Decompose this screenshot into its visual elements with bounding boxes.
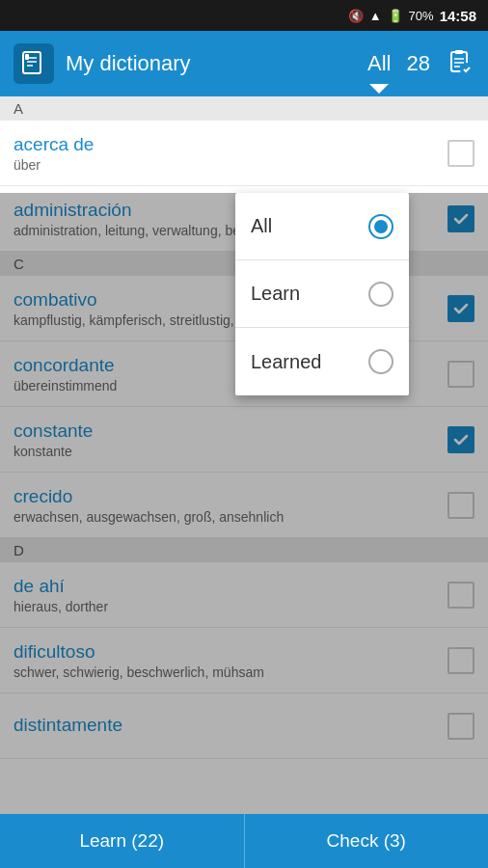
check-button[interactable]: Check (3) (245, 814, 489, 868)
filter-option-all[interactable]: All (235, 193, 409, 260)
filter-option-all-label: All (251, 215, 368, 237)
app-icon (14, 43, 54, 84)
bottom-bar: Learn (22) Check (3) (0, 814, 488, 868)
radio-learn (368, 282, 393, 307)
radio-learned (368, 349, 393, 374)
clipboard-icon[interactable] (444, 46, 474, 81)
word-title: acerca de (14, 134, 447, 155)
filter-option-learn-label: Learn (251, 283, 368, 305)
battery-icon: 🔋 (388, 9, 403, 23)
learn-button[interactable]: Learn (22) (0, 814, 245, 868)
word-checkbox[interactable] (447, 140, 474, 167)
signal-icon: ▲ (369, 9, 382, 23)
main-content: A acerca de über administración administ… (0, 96, 488, 814)
list-item[interactable]: acerca de über (0, 121, 488, 186)
svg-rect-3 (455, 50, 463, 54)
mute-icon: 🔇 (348, 9, 364, 23)
svg-rect-1 (25, 54, 29, 60)
word-text-block: acerca de über (14, 134, 447, 173)
section-header-a: A (0, 96, 488, 121)
radio-all-inner (374, 220, 388, 233)
filter-option-learned[interactable]: Learned (235, 328, 409, 395)
app-title: My dictionary (66, 51, 367, 76)
time: 14:58 (440, 8, 476, 24)
app-bar: My dictionary All 28 (0, 31, 488, 96)
word-translation: über (14, 157, 447, 173)
radio-all (368, 214, 393, 239)
filter-option-learned-label: Learned (251, 351, 368, 373)
word-count: 28 (407, 51, 430, 76)
battery-percent: 70% (409, 9, 434, 23)
filter-dropdown-trigger[interactable]: All (367, 51, 391, 76)
filter-dropdown: All Learn Learned (235, 193, 409, 395)
filter-option-learn[interactable]: Learn (235, 260, 409, 328)
status-bar: 🔇 ▲ 🔋 70% 14:58 (0, 0, 488, 31)
